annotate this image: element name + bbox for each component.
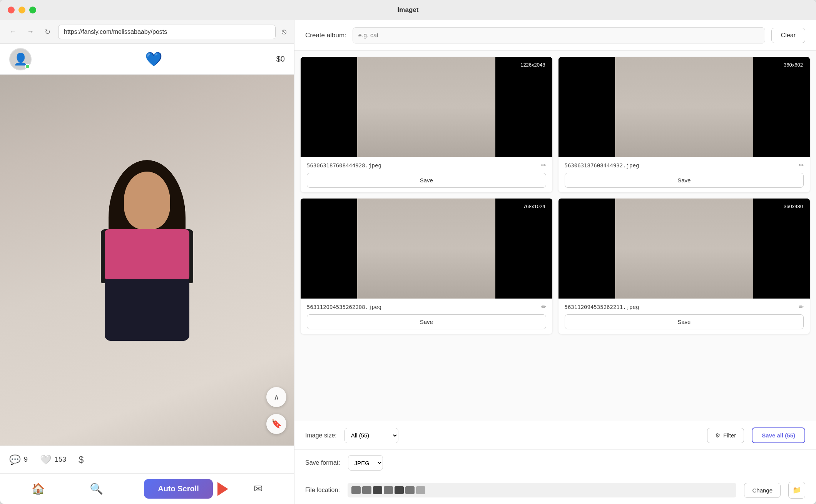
dollar-amount: $0 bbox=[276, 55, 285, 63]
filename-row: 563112094535262211.jpeg ✏ bbox=[565, 303, 804, 310]
image-bg bbox=[558, 57, 810, 157]
search-nav-item[interactable]: 🔍 bbox=[86, 479, 107, 499]
post-actions: 💬 9 🤍 153 $ bbox=[0, 446, 294, 473]
maximize-button[interactable] bbox=[29, 7, 36, 13]
save-image-button-1[interactable]: Save bbox=[307, 173, 546, 188]
avatar: 👤 bbox=[9, 48, 32, 70]
save-image-button-3[interactable]: Save bbox=[307, 314, 546, 329]
heart-logo: 💙 bbox=[145, 51, 162, 67]
comments-action[interactable]: 💬 9 bbox=[9, 454, 28, 465]
gallery-panel: Create album: Clear 1226x2048 bbox=[294, 20, 816, 504]
path-segment bbox=[395, 486, 404, 494]
image-content bbox=[615, 199, 753, 299]
edit-icon[interactable]: ✏ bbox=[799, 303, 804, 310]
filename-row: 563112094535262208.jpeg ✏ bbox=[307, 303, 546, 310]
image-filename: 563112094535262211.jpeg bbox=[565, 304, 639, 310]
avatar-area: 👤 bbox=[9, 48, 32, 70]
create-album-label: Create album: bbox=[305, 32, 346, 39]
browser-toolbar: ← → ↻ ⎋ bbox=[0, 20, 294, 44]
image-filename: 563063187608444932.jpeg bbox=[565, 162, 639, 169]
thumb-image-4 bbox=[615, 199, 753, 299]
likes-count: 153 bbox=[55, 456, 66, 464]
image-content bbox=[615, 57, 753, 157]
path-segment bbox=[351, 486, 361, 494]
image-size-select[interactable]: All (55) Large Medium Small bbox=[344, 428, 398, 443]
image-thumbnail: 360x480 bbox=[558, 199, 810, 299]
post-image-bg bbox=[0, 75, 294, 446]
image-dims: 1226x2048 bbox=[517, 61, 548, 69]
image-content bbox=[357, 57, 495, 157]
image-card: 360x602 563063187608444932.jpeg ✏ Save bbox=[558, 57, 810, 192]
auto-scroll-button[interactable]: Auto Scroll bbox=[144, 479, 213, 499]
browser-panel: ← → ↻ ⎋ 👤 💙 $0 bbox=[0, 20, 294, 504]
address-bar[interactable] bbox=[58, 25, 276, 39]
footer-row-size: Image size: All (55) Large Medium Small … bbox=[294, 421, 816, 450]
change-button[interactable]: Change bbox=[744, 483, 781, 498]
image-thumbnail: 360x602 bbox=[558, 57, 810, 157]
image-dims: 360x480 bbox=[781, 202, 806, 210]
path-segment bbox=[362, 486, 371, 494]
refresh-button[interactable]: ↻ bbox=[42, 26, 54, 38]
filter-label: Filter bbox=[723, 432, 736, 439]
edit-icon[interactable]: ✏ bbox=[541, 303, 546, 310]
thumb-image-1 bbox=[357, 57, 495, 157]
image-size-label: Image size: bbox=[305, 432, 337, 439]
thumb-image-3 bbox=[357, 199, 495, 299]
scroll-up-button[interactable]: ∧ bbox=[266, 387, 286, 407]
home-nav-item[interactable]: 🏠 bbox=[28, 479, 49, 499]
path-segment bbox=[373, 486, 382, 494]
save-all-button[interactable]: Save all (55) bbox=[752, 427, 805, 443]
gallery-grid: 1226x2048 563063187608444928.jpeg ✏ Save bbox=[294, 51, 816, 421]
bookmark-button[interactable]: 🔖 bbox=[266, 414, 286, 434]
bottom-nav: 🏠 🔍 Auto Scroll ✉ bbox=[0, 473, 294, 504]
gallery-header: Create album: Clear bbox=[294, 20, 816, 51]
comments-count: 9 bbox=[24, 456, 28, 464]
avatar-icon: 👤 bbox=[13, 52, 28, 66]
thumb-image-2 bbox=[615, 57, 753, 157]
image-content bbox=[357, 199, 495, 299]
close-button[interactable] bbox=[8, 7, 15, 13]
main-post-image: ∧ 🔖 bbox=[0, 75, 294, 446]
title-bar: Imaget bbox=[0, 0, 816, 20]
image-card: 1226x2048 563063187608444928.jpeg ✏ Save bbox=[301, 57, 552, 192]
file-location-label: File location: bbox=[305, 487, 340, 494]
image-bg bbox=[301, 57, 552, 157]
filename-row: 563063187608444928.jpeg ✏ bbox=[307, 162, 546, 169]
forward-button[interactable]: → bbox=[24, 26, 37, 37]
file-path-bar bbox=[348, 483, 737, 497]
clear-button[interactable]: Clear bbox=[771, 28, 805, 43]
save-format-label: Save format: bbox=[305, 459, 340, 466]
likes-action[interactable]: 🤍 153 bbox=[40, 454, 66, 465]
filter-button[interactable]: ⚙ Filter bbox=[707, 428, 744, 443]
gallery-footer: Image size: All (55) Large Medium Small … bbox=[294, 421, 816, 504]
path-segment bbox=[416, 486, 425, 494]
top-garment bbox=[105, 229, 189, 283]
folder-button[interactable]: 📁 bbox=[788, 482, 805, 499]
comment-icon: 💬 bbox=[9, 454, 21, 465]
traffic-lights bbox=[8, 7, 36, 13]
format-select[interactable]: JPEG PNG WEBP bbox=[348, 455, 383, 471]
dollar-icon: $ bbox=[79, 454, 84, 465]
browser-content: 👤 💙 $0 bbox=[0, 44, 294, 504]
image-filename: 563112094535262208.jpeg bbox=[307, 304, 381, 310]
main-area: ← → ↻ ⎋ 👤 💙 $0 bbox=[0, 20, 816, 504]
tip-action[interactable]: $ bbox=[79, 454, 84, 465]
image-bg bbox=[301, 199, 552, 299]
app-window: Imaget ← → ↻ ⎋ 👤 bbox=[0, 0, 816, 504]
filter-icon: ⚙ bbox=[715, 432, 720, 439]
edit-icon[interactable]: ✏ bbox=[541, 162, 546, 169]
image-card-bottom: 563063187608444932.jpeg ✏ Save bbox=[558, 157, 810, 192]
pants bbox=[105, 279, 189, 341]
path-segment bbox=[384, 486, 393, 494]
filename-row: 563063187608444932.jpeg ✏ bbox=[565, 162, 804, 169]
back-button[interactable]: ← bbox=[6, 26, 19, 37]
image-dims: 768x1024 bbox=[520, 202, 548, 210]
mail-nav-item[interactable]: ✉ bbox=[250, 479, 266, 499]
minimize-button[interactable] bbox=[18, 7, 25, 13]
edit-icon[interactable]: ✏ bbox=[799, 162, 804, 169]
save-image-button-4[interactable]: Save bbox=[565, 314, 804, 329]
share-button[interactable]: ⎋ bbox=[280, 26, 288, 38]
album-input[interactable] bbox=[353, 27, 765, 43]
save-image-button-2[interactable]: Save bbox=[565, 173, 804, 188]
image-thumbnail: 768x1024 bbox=[301, 199, 552, 299]
